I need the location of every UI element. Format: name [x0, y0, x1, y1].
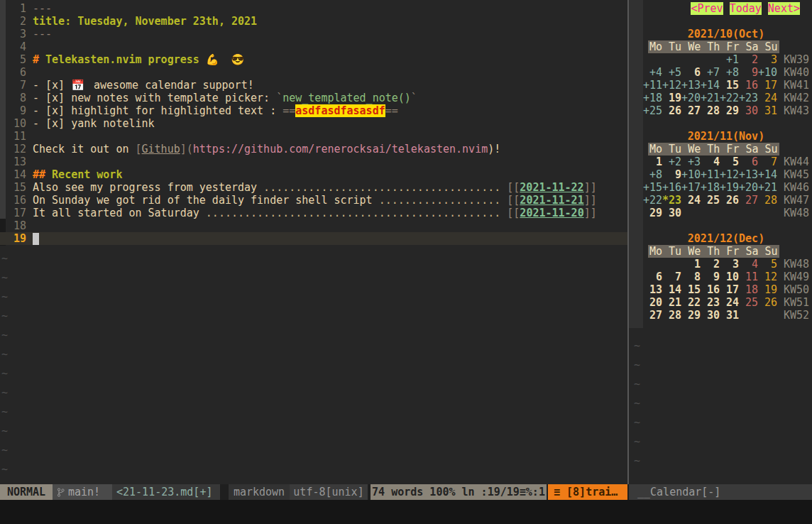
editor-line[interactable]: 16On Sunday we got rid of the daily find…	[0, 194, 627, 207]
calendar-day[interactable]: 24	[720, 296, 739, 309]
calendar-day[interactable]: +18	[643, 92, 662, 104]
calendar-day[interactable]: +23	[739, 92, 758, 104]
calendar-day[interactable]: 29	[720, 104, 739, 117]
calendar-day[interactable]: +4	[643, 66, 662, 79]
calendar-day[interactable]: 17	[720, 283, 739, 296]
calendar-day[interactable]: 8	[681, 271, 701, 283]
calendar-day[interactable]: 11	[739, 271, 758, 283]
calendar-day[interactable]: +20	[681, 92, 701, 104]
calendar-day[interactable]: 19	[758, 283, 777, 296]
editor-line[interactable]: 17It all started on Saturday ...........…	[0, 207, 627, 219]
calendar-day[interactable]: +5	[662, 66, 681, 79]
editor-line[interactable]: 11	[0, 130, 627, 143]
calendar-day[interactable]: 30	[701, 309, 720, 322]
calendar-day[interactable]: 30	[662, 207, 681, 219]
calendar-day[interactable]: +17	[681, 181, 701, 194]
calendar-day[interactable]: +25	[643, 104, 662, 117]
calendar-day[interactable]: 22	[681, 296, 701, 309]
calendar-day[interactable]: 29	[681, 309, 701, 322]
calendar-day[interactable]: +3	[681, 155, 701, 168]
editor-line[interactable]: 1---	[0, 2, 627, 15]
calendar-day[interactable]: 15	[681, 283, 701, 296]
calendar-day[interactable]: 7	[662, 271, 681, 283]
editor-line[interactable]: 5# Telekasten.nvim progress 💪 😎	[0, 53, 627, 66]
calendar-day[interactable]: 15	[720, 79, 739, 92]
calendar-day[interactable]: 27	[681, 104, 701, 117]
calendar-day[interactable]: 4	[739, 258, 758, 271]
calendar-day[interactable]: 6	[739, 155, 758, 168]
calendar-day[interactable]: +13	[739, 168, 758, 181]
calendar-day[interactable]: 5	[758, 258, 777, 271]
calendar-day[interactable]: +8	[643, 168, 662, 181]
command-line-area[interactable]	[0, 500, 812, 524]
calendar-day[interactable]: +11	[701, 168, 720, 181]
calendar-day[interactable]: *23	[662, 194, 681, 207]
editor-line[interactable]: 6	[0, 66, 627, 79]
calendar-day[interactable]: 26	[662, 104, 681, 117]
calendar-day[interactable]: +21	[758, 181, 777, 194]
calendar-day[interactable]: 26	[758, 296, 777, 309]
calendar-day[interactable]: 28	[662, 309, 681, 322]
calendar-day[interactable]: 21	[662, 296, 681, 309]
calendar-day[interactable]: 4	[701, 155, 720, 168]
calendar-day[interactable]: 12	[758, 271, 777, 283]
calendar-day[interactable]: 19	[662, 92, 681, 104]
editor-line[interactable]: 12Check it out on [Github](https://githu…	[0, 143, 627, 155]
calendar-day[interactable]: +11	[643, 79, 662, 92]
calendar-day[interactable]: 30	[739, 104, 758, 117]
calendar-day[interactable]: +12	[720, 168, 739, 181]
calendar-day[interactable]: +22	[720, 92, 739, 104]
calendar-day[interactable]: 25	[739, 296, 758, 309]
calendar-day[interactable]: +22	[643, 194, 662, 207]
calendar-day[interactable]: 9	[662, 168, 681, 181]
calendar-day[interactable]: +2	[662, 155, 681, 168]
calendar-day[interactable]: 13	[643, 283, 662, 296]
calendar-day[interactable]: 26	[720, 194, 739, 207]
calendar-day[interactable]: +10	[681, 168, 701, 181]
calendar-day[interactable]: 7	[758, 155, 777, 168]
calendar-day[interactable]: 25	[701, 194, 720, 207]
calendar-day[interactable]: 6	[681, 66, 701, 79]
calendar-day[interactable]: 5	[720, 155, 739, 168]
calendar-day[interactable]: 29	[643, 207, 662, 219]
calendar-day[interactable]: 6	[643, 271, 662, 283]
calendar-day[interactable]: 20	[643, 296, 662, 309]
calendar-day[interactable]: 27	[739, 194, 758, 207]
calendar-day[interactable]: 28	[701, 104, 720, 117]
calendar-day[interactable]: +10	[758, 66, 777, 79]
calendar-day[interactable]: 10	[720, 271, 739, 283]
calendar-day[interactable]: 31	[758, 104, 777, 117]
calendar-day[interactable]: 23	[701, 296, 720, 309]
calendar-day[interactable]: 3	[720, 258, 739, 271]
calendar-day[interactable]: 16	[739, 79, 758, 92]
calendar-day[interactable]: 18	[739, 283, 758, 296]
calendar-day[interactable]: 31	[720, 309, 739, 322]
editor-line[interactable]: 10- [x] yank notelink	[0, 117, 627, 130]
calendar-day[interactable]: +12	[662, 79, 681, 92]
calendar-day[interactable]: 16	[701, 283, 720, 296]
calendar-day[interactable]: +8	[720, 66, 739, 79]
calendar-day[interactable]: 24	[758, 92, 777, 104]
calendar-day[interactable]: 28	[758, 194, 777, 207]
calendar-day[interactable]: +18	[701, 181, 720, 194]
calendar-today-button[interactable]: Today	[730, 2, 762, 15]
editor-line[interactable]: 13	[0, 155, 627, 168]
calendar-next-button[interactable]: Next>	[768, 2, 800, 15]
calendar-day[interactable]: 9	[739, 66, 758, 79]
calendar-day[interactable]: 1	[643, 155, 662, 168]
calendar-day[interactable]: 9	[701, 271, 720, 283]
calendar-day[interactable]: 2	[739, 53, 758, 66]
calendar-pane[interactable]: <Prev Today Next>2021/10(Oct)Mo Tu We Th…	[629, 0, 812, 484]
calendar-day[interactable]: 24	[681, 194, 701, 207]
editor-line[interactable]: 18	[0, 219, 627, 232]
calendar-day[interactable]: 3	[758, 53, 777, 66]
calendar-day[interactable]: +19	[720, 181, 739, 194]
calendar-day[interactable]: 2	[701, 258, 720, 271]
calendar-day[interactable]: +7	[701, 66, 720, 79]
calendar-day[interactable]: +15	[643, 181, 662, 194]
calendar-day[interactable]: +20	[739, 181, 758, 194]
calendar-day[interactable]: 17	[758, 79, 777, 92]
editor-pane[interactable]: 1---2title: Tuesday, November 23th, 2021…	[0, 0, 627, 484]
editor-line[interactable]: 15Also see my progress from yesterday ..…	[0, 181, 627, 194]
editor-line[interactable]: 8- [x] new notes with template picker: `…	[0, 92, 627, 104]
